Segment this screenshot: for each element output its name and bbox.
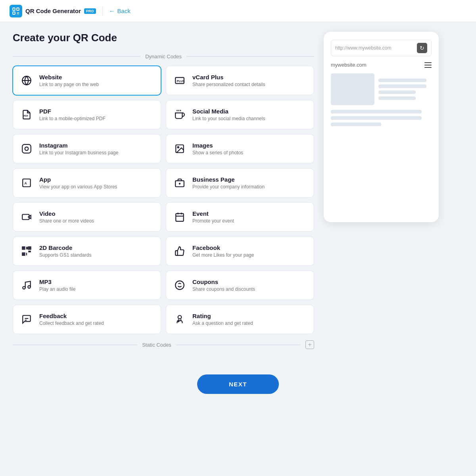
feedback-icon (19, 312, 34, 326)
instagram-subtitle: Link to your Instagram business page (39, 150, 118, 155)
static-codes-label: Static Codes (142, 342, 171, 348)
svg-point-42 (28, 286, 31, 288)
svg-text:PDF: PDF (23, 115, 28, 117)
hamburger-line3 (424, 67, 432, 68)
preview-url: http://www.mywebsite.com (335, 45, 414, 51)
instagram-icon (19, 142, 34, 156)
preview-site-bar: mywebsite.com (331, 62, 432, 68)
coupons-text: Coupons Share coupons and discounts (192, 278, 255, 292)
preview-extra-line-3 (331, 123, 381, 126)
event-icon (173, 210, 187, 224)
preview-extra-line-2 (331, 116, 422, 120)
card-instagram[interactable]: Instagram Link to your Instagram busines… (13, 134, 161, 163)
card-rating[interactable]: Rating Ask a question and get rated (166, 305, 314, 334)
svg-point-41 (23, 286, 25, 289)
facebook-icon (173, 244, 187, 258)
right-panel: http://www.mywebsite.com ↻ mywebsite.com (324, 32, 439, 222)
pdf-icon: PDF (19, 107, 34, 122)
card-social-media[interactable]: Social Media Link to your social media c… (166, 100, 314, 129)
app-subtitle: View your app on various App Stores (39, 184, 117, 190)
business-page-subtitle: Provide your company information (192, 184, 265, 190)
website-text: Website Link to any page on the web (39, 74, 99, 87)
svg-rect-4 (18, 12, 19, 13)
event-text: Event Promote your event (192, 210, 234, 224)
rating-subtitle: Ask a question and get rated (192, 321, 253, 326)
card-event[interactable]: Event Promote your event (166, 202, 314, 232)
back-button[interactable]: ← Back (109, 8, 131, 14)
barcode-title: 2D Barcode (39, 244, 91, 251)
svg-rect-3 (17, 12, 18, 13)
preview-browser-bar: http://www.mywebsite.com ↻ (331, 40, 432, 56)
card-images[interactable]: Images Show a series of photos (166, 134, 314, 163)
mp3-icon (19, 278, 34, 292)
business-page-text: Business Page Provide your company infor… (192, 176, 265, 190)
card-coupons[interactable]: Coupons Share coupons and discounts (166, 271, 314, 300)
logo-area: QR Code Generator PRO (10, 5, 96, 17)
header-divider (102, 6, 103, 16)
app-name: QR Code Generator (25, 8, 81, 14)
feedback-title: Feedback (39, 313, 104, 319)
hamburger-line1 (424, 62, 432, 63)
instagram-text: Instagram Link to your Instagram busines… (39, 142, 118, 155)
app-title: App (39, 176, 117, 183)
barcode-icon (19, 244, 34, 258)
pdf-subtitle: Link to a mobile-optimized PDF (39, 116, 106, 121)
preview-site-name: mywebsite.com (331, 62, 367, 68)
static-divider-left (13, 345, 137, 345)
mp3-title: MP3 (39, 278, 75, 285)
svg-point-43 (175, 281, 184, 290)
svg-rect-15 (22, 144, 31, 153)
static-divider-right (176, 345, 301, 345)
card-2d-barcode[interactable]: 2D Barcode Supports GS1 standards (13, 236, 161, 266)
social-media-title: Social Media (192, 108, 265, 115)
pdf-title: PDF (39, 108, 106, 115)
card-feedback[interactable]: Feedback Collect feedback and get rated (13, 305, 161, 334)
card-facebook[interactable]: Facebook Get more Likes for your page (166, 236, 314, 266)
back-arrow-icon: ← (109, 8, 115, 14)
coupons-subtitle: Share coupons and discounts (192, 286, 255, 292)
svg-rect-6 (18, 13, 19, 14)
social-media-subtitle: Link to your social media channels (192, 116, 265, 121)
coupons-title: Coupons (192, 278, 255, 285)
next-button[interactable]: NEXT (197, 374, 279, 394)
vcard-icon: PLUS (173, 73, 187, 88)
preview-refresh-button[interactable]: ↻ (417, 43, 427, 53)
svg-text:A: A (25, 181, 27, 185)
event-title: Event (192, 210, 234, 217)
card-video[interactable]: Video Share one or more videos (13, 202, 161, 232)
website-title: Website (39, 74, 99, 81)
preview-card: http://www.mywebsite.com ↻ mywebsite.com (324, 32, 439, 222)
cards-grid: Website Link to any page on the web PLUS… (13, 66, 314, 334)
mp3-subtitle: Play an audio file (39, 286, 75, 292)
feedback-subtitle: Collect feedback and get rated (39, 321, 104, 326)
card-pdf[interactable]: PDF PDF Link to a mobile-optimized PDF (13, 100, 161, 129)
preview-extra-lines (331, 110, 432, 126)
card-business-page[interactable]: Business Page Provide your company infor… (166, 168, 314, 198)
barcode-subtitle: Supports GS1 standards (39, 252, 91, 258)
mp3-text: MP3 Play an audio file (39, 278, 75, 292)
pdf-text: PDF Link to a mobile-optimized PDF (39, 108, 106, 121)
card-website[interactable]: Website Link to any page on the web (13, 66, 161, 95)
card-app[interactable]: A App View your app on various App Store… (13, 168, 161, 198)
bottom-bar: NEXT (0, 365, 476, 407)
preview-content-area (331, 73, 432, 105)
social-media-text: Social Media Link to your social media c… (192, 108, 265, 121)
svg-rect-31 (23, 247, 24, 249)
app-text: App View your app on various App Stores (39, 176, 117, 190)
card-vcard-plus[interactable]: PLUS vCard Plus Share personalized conta… (166, 66, 314, 95)
svg-rect-33 (29, 247, 30, 249)
static-codes-divider: Static Codes + (13, 340, 314, 349)
svg-rect-26 (176, 213, 184, 221)
dynamic-codes-divider: Dynamic Codes (13, 54, 314, 60)
static-expand-button[interactable]: + (305, 340, 314, 349)
barcode-text: 2D Barcode Supports GS1 standards (39, 244, 91, 258)
website-subtitle: Link to any page on the web (39, 82, 99, 87)
video-icon (19, 210, 34, 224)
svg-rect-35 (23, 253, 24, 255)
preview-line-4 (378, 96, 416, 100)
app-icon: A (19, 176, 34, 190)
images-icon (173, 142, 187, 156)
rating-text: Rating Ask a question and get rated (192, 313, 253, 326)
instagram-title: Instagram (39, 142, 118, 149)
card-mp3[interactable]: MP3 Play an audio file (13, 271, 161, 300)
